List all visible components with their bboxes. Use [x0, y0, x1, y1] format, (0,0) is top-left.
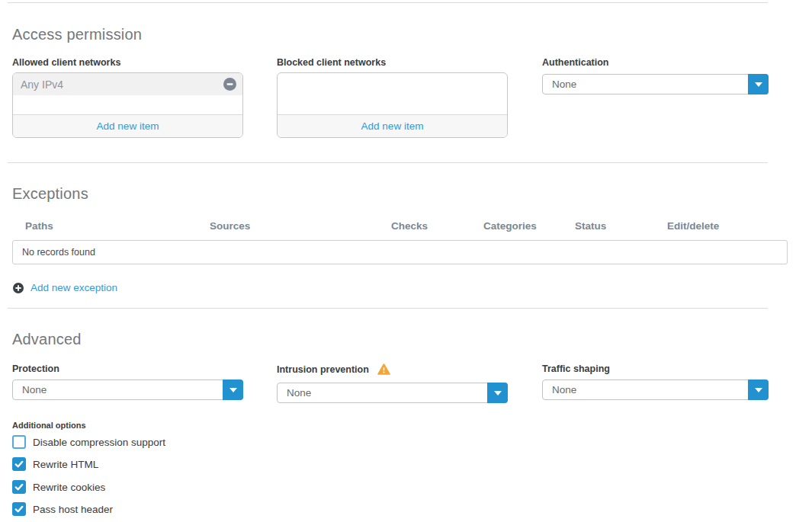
intrusion-prevention-label: Intrusion prevention [277, 363, 390, 375]
chevron-down-icon [755, 388, 762, 392]
select-dropdown-button[interactable] [223, 379, 243, 400]
checkbox-pass-host-header[interactable]: Pass host header [12, 502, 113, 516]
allowed-client-networks-label: Allowed client networks [12, 57, 120, 68]
blocked-networks-list [278, 73, 507, 114]
checkbox-box[interactable] [12, 480, 26, 494]
checkbox-label[interactable]: Disable compression support [33, 437, 165, 448]
checkbox-label[interactable]: Pass host header [33, 504, 113, 515]
additional-options-label: Additional options [12, 421, 86, 430]
column-header-categories: Categories [483, 220, 575, 232]
blocked-client-networks-box: Add new item [277, 72, 508, 138]
select-dropdown-button[interactable] [748, 379, 769, 400]
chevron-down-icon [229, 388, 237, 392]
checkbox-box[interactable] [12, 502, 26, 516]
section-divider [8, 308, 768, 309]
protection-label: Protection [12, 363, 59, 374]
blocked-client-networks-label: Blocked client networks [277, 57, 386, 68]
traffic-shaping-label: Traffic shaping [542, 363, 610, 374]
chevron-down-icon [494, 391, 502, 396]
exceptions-heading: Exceptions [12, 185, 88, 203]
authentication-select[interactable]: None [542, 74, 769, 94]
select-dropdown-button[interactable] [487, 383, 508, 403]
plus-circle-icon [13, 283, 24, 293]
remove-item-button[interactable] [223, 78, 236, 91]
protection-selected-value: None [22, 384, 47, 396]
protection-label-text: Protection [12, 363, 59, 374]
minus-circle-icon [223, 78, 236, 91]
no-records-text: No records found [22, 247, 95, 258]
add-new-item-label: Add new item [361, 120, 424, 132]
traffic-shaping-label-text: Traffic shaping [542, 363, 610, 374]
protection-select[interactable]: None [12, 379, 243, 400]
checkbox-rewrite-html[interactable]: Rewrite HTML [12, 457, 98, 471]
list-item-label: Any IPv4 [21, 78, 63, 91]
checkmark-icon [14, 504, 24, 514]
column-header-status: Status [575, 220, 667, 232]
select-dropdown-button[interactable] [748, 74, 769, 94]
chevron-down-icon [755, 82, 762, 87]
section-divider [8, 2, 768, 3]
traffic-shaping-select[interactable]: None [542, 379, 769, 400]
checkbox-label[interactable]: Rewrite HTML [33, 459, 98, 470]
traffic-shaping-selected-value: None [552, 384, 576, 396]
checkmark-icon [14, 459, 24, 469]
allowed-networks-list: Any IPv4 [13, 73, 242, 114]
checkbox-box[interactable] [12, 435, 26, 449]
exceptions-table-header: Paths Sources Checks Categories Status E… [12, 220, 788, 232]
warning-triangle-icon [377, 363, 390, 375]
checkbox-box[interactable] [12, 457, 26, 471]
column-header-paths: Paths [25, 220, 210, 232]
protection-settings-page: Access permission Allowed client network… [0, 0, 812, 522]
column-header-sources: Sources [210, 220, 391, 232]
list-item: Any IPv4 [13, 73, 242, 95]
checkbox-disable-compression-support[interactable]: Disable compression support [12, 435, 165, 449]
checkmark-icon [14, 482, 24, 492]
blocked-add-new-item-button[interactable]: Add new item [278, 114, 507, 137]
exceptions-empty-row: No records found [12, 240, 788, 264]
checkbox-label[interactable]: Rewrite cookies [33, 482, 105, 493]
add-new-item-label: Add new item [97, 120, 159, 132]
intrusion-prevention-label-text: Intrusion prevention [277, 364, 369, 375]
authentication-selected-value: None [552, 78, 576, 90]
advanced-heading: Advanced [12, 331, 82, 348]
add-new-exception-label: Add new exception [30, 282, 117, 293]
checkbox-rewrite-cookies[interactable]: Rewrite cookies [12, 480, 105, 494]
intrusion-prevention-selected-value: None [287, 387, 311, 399]
allowed-add-new-item-button[interactable]: Add new item [13, 114, 242, 137]
authentication-label: Authentication [542, 57, 609, 68]
column-header-edit-delete: Edit/delete [667, 220, 788, 232]
column-header-checks: Checks [391, 220, 483, 232]
add-new-exception-button[interactable]: Add new exception [13, 282, 117, 293]
intrusion-prevention-select[interactable]: None [277, 383, 508, 403]
section-divider [8, 162, 768, 163]
allowed-client-networks-box: Any IPv4 Add new item [12, 72, 243, 138]
access-permission-heading: Access permission [12, 26, 142, 43]
